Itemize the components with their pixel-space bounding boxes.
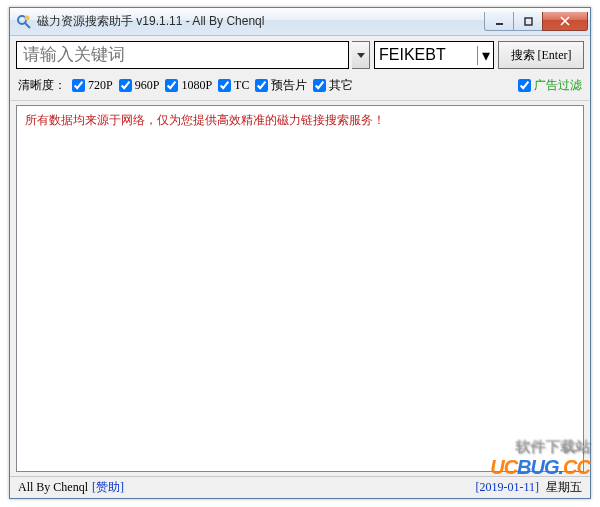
app-icon <box>16 14 32 30</box>
window-title: 磁力资源搜索助手 v19.1.11 - All By Chenql <box>37 13 485 30</box>
svg-rect-3 <box>496 23 503 25</box>
filter-trailer[interactable]: 预告片 <box>255 77 307 94</box>
source-select[interactable]: FEIKEBT ▾ <box>374 41 494 69</box>
chevron-down-icon <box>357 53 365 58</box>
checkbox-720p[interactable] <box>72 79 85 92</box>
ad-filter-toggle[interactable]: 广告过滤 <box>518 77 582 94</box>
results-area: 所有数据均来源于网络，仅为您提供高效精准的磁力链接搜索服务！ <box>16 105 584 472</box>
filter-1080p[interactable]: 1080P <box>165 78 212 93</box>
svg-rect-4 <box>525 18 532 25</box>
checkbox-other[interactable] <box>313 79 326 92</box>
app-window: 磁力资源搜索助手 v19.1.11 - All By Chenql FEIKEB… <box>9 7 591 499</box>
filter-720p[interactable]: 720P <box>72 78 113 93</box>
close-button[interactable] <box>542 12 588 31</box>
filter-row: 清晰度： 720P 960P 1080P TC 预告片 其它 广告过滤 <box>10 73 590 101</box>
search-toolbar: FEIKEBT ▾ 搜索 [Enter] <box>10 36 590 73</box>
chevron-down-icon: ▾ <box>477 46 493 65</box>
checkbox-960p[interactable] <box>119 79 132 92</box>
filter-tc[interactable]: TC <box>218 78 249 93</box>
window-controls <box>485 12 588 31</box>
info-message: 所有数据均来源于网络，仅为您提供高效精准的磁力链接搜索服务！ <box>25 113 385 127</box>
search-history-dropdown[interactable] <box>352 41 370 69</box>
search-button[interactable]: 搜索 [Enter] <box>498 41 584 69</box>
filter-960p[interactable]: 960P <box>119 78 160 93</box>
source-selected-label: FEIKEBT <box>379 46 446 64</box>
status-weekday: 星期五 <box>546 480 582 494</box>
titlebar[interactable]: 磁力资源搜索助手 v19.1.11 - All By Chenql <box>10 8 590 36</box>
svg-line-1 <box>25 23 30 28</box>
svg-point-2 <box>25 15 30 20</box>
filter-label: 清晰度： <box>18 77 66 94</box>
checkbox-tc[interactable] <box>218 79 231 92</box>
filter-other[interactable]: 其它 <box>313 77 353 94</box>
checkbox-adfilter[interactable] <box>518 79 531 92</box>
sponsor-link[interactable]: [赞助] <box>92 479 124 496</box>
author-label: All By Chenql <box>18 480 88 495</box>
status-date: [2019-01-11] <box>475 480 539 494</box>
minimize-button[interactable] <box>484 12 514 31</box>
maximize-button[interactable] <box>513 12 543 31</box>
statusbar: All By Chenql [赞助] [2019-01-11] 星期五 <box>10 476 590 498</box>
checkbox-1080p[interactable] <box>165 79 178 92</box>
search-input[interactable] <box>16 41 349 69</box>
checkbox-trailer[interactable] <box>255 79 268 92</box>
